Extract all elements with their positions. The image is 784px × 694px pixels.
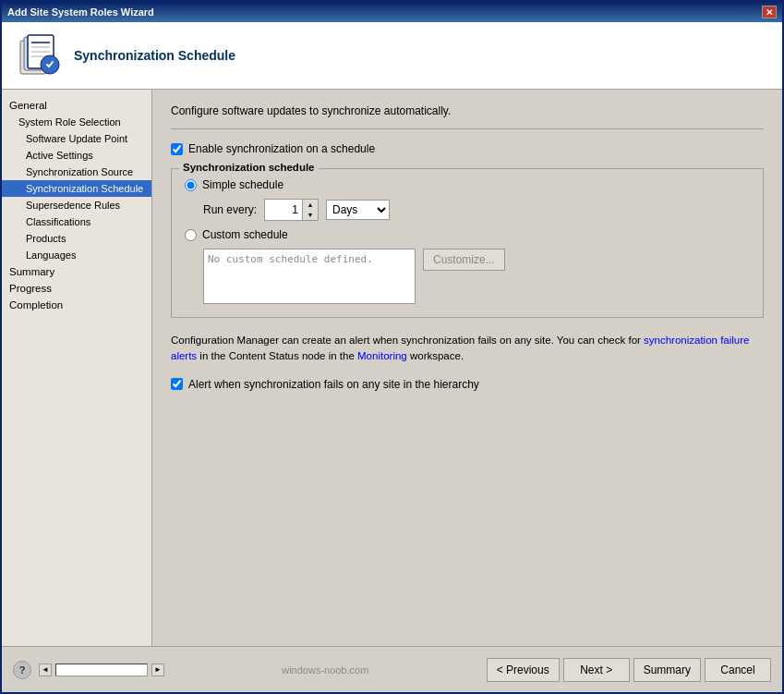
run-every-label: Run every: <box>203 203 257 216</box>
watermark: windows-noob.com <box>282 664 368 676</box>
custom-schedule-details: No custom schedule defined. Customize... <box>203 249 750 304</box>
sidebar-item-general[interactable]: General <box>2 97 151 114</box>
custom-text-box: No custom schedule defined. <box>203 249 416 304</box>
scroll-left-button[interactable]: ◄ <box>39 664 52 676</box>
enable-sync-label[interactable]: Enable synchronization on a schedule <box>188 142 375 155</box>
cancel-button[interactable]: Cancel <box>705 658 771 682</box>
alert-row: Alert when synchronization fails on any … <box>171 378 764 391</box>
spin-down-button[interactable]: ▼ <box>303 210 318 220</box>
close-button[interactable]: ✕ <box>762 6 777 18</box>
custom-schedule-label[interactable]: Custom schedule <box>202 228 288 241</box>
sidebar: General System Role Selection Software U… <box>2 90 152 646</box>
sidebar-item-software-update-point[interactable]: Software Update Point <box>2 130 151 147</box>
sidebar-item-products[interactable]: Products <box>2 230 151 247</box>
bottom-left: ? ◄ ► <box>13 661 164 679</box>
previous-button[interactable]: < Previous <box>487 658 560 682</box>
header-area: Synchronization Schedule <box>2 22 782 90</box>
separator <box>171 128 764 129</box>
sidebar-item-synchronization-schedule[interactable]: Synchronization Schedule <box>2 180 151 197</box>
main-window: Add Site System Roles Wizard ✕ Synchroni… <box>0 0 784 694</box>
run-every-spinner[interactable]: ▲ ▼ <box>264 199 319 221</box>
simple-schedule-radio[interactable] <box>185 179 197 191</box>
sidebar-item-progress[interactable]: Progress <box>2 280 151 297</box>
scrollbar-area: ◄ ► <box>39 664 164 676</box>
custom-schedule-row: Custom schedule <box>185 228 750 241</box>
window-title: Add Site System Roles Wizard <box>7 6 762 18</box>
alert-sync-checkbox[interactable] <box>171 378 183 390</box>
sidebar-item-languages[interactable]: Languages <box>2 247 151 263</box>
simple-schedule-label[interactable]: Simple schedule <box>202 178 283 191</box>
wizard-icon <box>17 33 61 78</box>
bottom-bar: ? ◄ ► windows-noob.com < Previous Next >… <box>2 646 782 692</box>
spin-up-button[interactable]: ▲ <box>303 200 318 210</box>
run-every-input[interactable] <box>265 200 302 220</box>
custom-schedule-radio[interactable] <box>185 229 197 241</box>
sidebar-item-classifications[interactable]: Classifications <box>2 213 151 230</box>
run-every-row: Run every: ▲ ▼ Days Hours Minutes <box>203 199 750 221</box>
monitoring-link[interactable]: Monitoring <box>357 350 407 361</box>
info-text: Configuration Manager can create an aler… <box>171 333 764 365</box>
customize-button[interactable]: Customize... <box>423 249 505 271</box>
sidebar-item-synchronization-source[interactable]: Synchronization Source <box>2 164 151 180</box>
scroll-right-button[interactable]: ► <box>151 664 164 676</box>
help-button[interactable]: ? <box>13 661 31 679</box>
description-text: Configure software updates to synchroniz… <box>171 104 764 117</box>
enable-sync-checkbox[interactable] <box>171 143 183 155</box>
sidebar-item-active-settings[interactable]: Active Settings <box>2 147 151 164</box>
main-content: General System Role Selection Software U… <box>2 90 782 646</box>
content-area: Configure software updates to synchroniz… <box>152 90 782 646</box>
title-bar: Add Site System Roles Wizard ✕ <box>2 2 782 22</box>
sidebar-item-system-role-selection[interactable]: System Role Selection <box>2 114 151 130</box>
header-title: Synchronization Schedule <box>74 48 235 63</box>
group-box-legend: Synchronization schedule <box>179 162 319 173</box>
next-button[interactable]: Next > <box>563 658 630 682</box>
days-dropdown[interactable]: Days Hours Minutes <box>326 200 390 220</box>
simple-schedule-row: Simple schedule <box>185 178 750 191</box>
spin-buttons: ▲ ▼ <box>302 200 318 220</box>
scroll-track[interactable] <box>55 664 148 676</box>
sidebar-item-completion[interactable]: Completion <box>2 297 151 313</box>
alert-sync-label[interactable]: Alert when synchronization fails on any … <box>188 378 479 391</box>
bottom-buttons: < Previous Next > Summary Cancel <box>487 658 771 682</box>
sidebar-item-summary[interactable]: Summary <box>2 263 151 280</box>
enable-sync-row: Enable synchronization on a schedule <box>171 142 764 155</box>
sidebar-item-supersedence-rules[interactable]: Supersedence Rules <box>2 197 151 213</box>
summary-button[interactable]: Summary <box>633 658 701 682</box>
schedule-group-box: Synchronization schedule Simple schedule… <box>171 168 764 318</box>
sync-failure-link[interactable]: synchronization failure alerts <box>171 335 749 361</box>
